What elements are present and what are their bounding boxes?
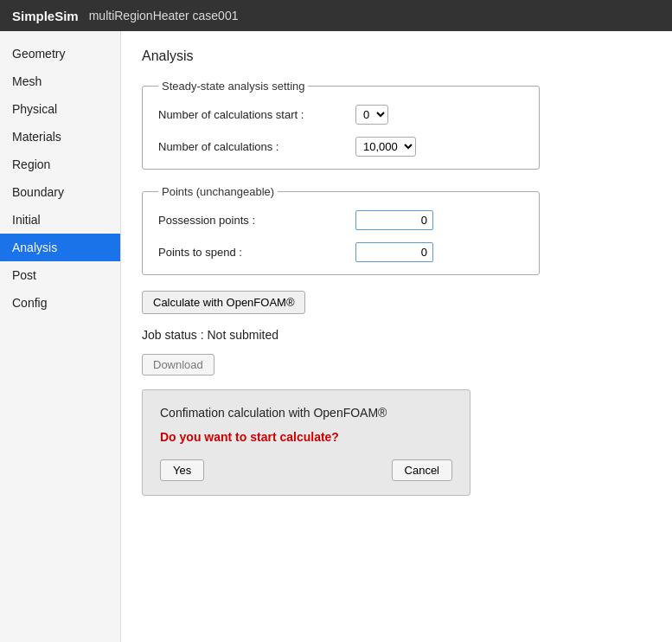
spend-row: Points to spend : <box>158 242 523 262</box>
steady-state-box: Steady-state analysis setting Number of … <box>142 80 540 170</box>
calc-start-label: Number of calculations start : <box>158 108 349 121</box>
sidebar-item-initial[interactable]: Initial <box>0 206 120 234</box>
sidebar-item-post[interactable]: Post <box>0 261 120 289</box>
possession-input[interactable] <box>355 210 433 230</box>
page-title: Analysis <box>142 48 651 64</box>
job-status: Job status : Not submited <box>142 328 651 342</box>
possession-row: Possession points : <box>158 210 523 230</box>
confirm-cancel-button[interactable]: Cancel <box>392 459 452 481</box>
confirm-yes-button[interactable]: Yes <box>160 459 204 481</box>
steady-state-legend: Steady-state analysis setting <box>158 80 308 93</box>
sidebar-item-region[interactable]: Region <box>0 151 120 178</box>
sidebar: GeometryMeshPhysicalMaterialsRegionBound… <box>0 31 121 642</box>
calc-num-select[interactable]: 10,000 5,000 1,000 500 <box>355 137 416 157</box>
project-name: multiRegionHeater case001 <box>89 9 239 22</box>
points-legend: Points (unchangeable) <box>158 185 278 198</box>
sidebar-item-geometry[interactable]: Geometry <box>0 40 120 67</box>
spend-label: Points to spend : <box>158 246 349 259</box>
points-box: Points (unchangeable) Possession points … <box>142 185 540 275</box>
calculate-button[interactable]: Calculate with OpenFOAM® <box>142 291 305 314</box>
download-button[interactable]: Download <box>142 354 214 376</box>
spend-input[interactable] <box>355 242 433 262</box>
main-content: Analysis Steady-state analysis setting N… <box>121 31 672 642</box>
calc-start-select[interactable]: 0 1 2 5 <box>355 105 388 125</box>
app-name: SimpleSim <box>12 9 79 23</box>
sidebar-item-materials[interactable]: Materials <box>0 123 120 151</box>
calc-num-label: Number of calculations : <box>158 140 349 153</box>
sidebar-item-config[interactable]: Config <box>0 289 120 317</box>
confirm-actions: Yes Cancel <box>160 459 452 481</box>
sidebar-item-mesh[interactable]: Mesh <box>0 67 120 95</box>
sidebar-item-analysis[interactable]: Analysis <box>0 234 120 261</box>
confirm-dialog: Confimation calculation with OpenFOAM® D… <box>142 389 470 496</box>
sidebar-item-boundary[interactable]: Boundary <box>0 178 120 206</box>
sidebar-item-physical[interactable]: Physical <box>0 95 120 123</box>
possession-label: Possession points : <box>158 214 349 227</box>
confirm-question: Do you want to start calculate? <box>160 430 452 444</box>
calc-num-row: Number of calculations : 10,000 5,000 1,… <box>158 137 523 157</box>
header: SimpleSim multiRegionHeater case001 <box>0 0 672 31</box>
calc-start-row: Number of calculations start : 0 1 2 5 <box>158 105 523 125</box>
confirm-title: Confimation calculation with OpenFOAM® <box>160 406 452 420</box>
